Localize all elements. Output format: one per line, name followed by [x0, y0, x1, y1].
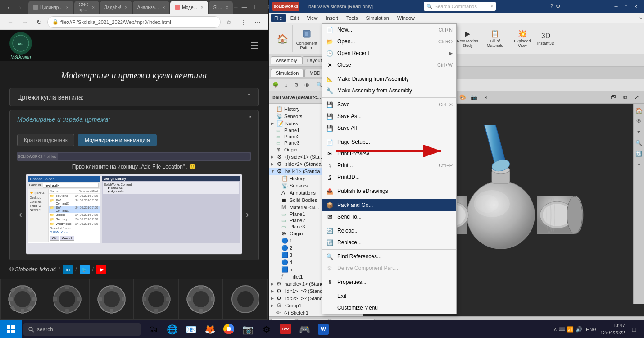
menu-new[interactable]: 📄 New... Ctrl+N [322, 24, 456, 36]
sw-property-btn[interactable]: ℹ [281, 80, 291, 90]
menu-customize[interactable]: Customize Menu [322, 302, 456, 314]
tray-up-arrow[interactable]: ∧ [553, 326, 557, 332]
taskbar-file-explorer[interactable]: 🗂 [144, 320, 162, 338]
tool-home-btn[interactable]: 🏠 [274, 27, 290, 51]
tray-keyboard[interactable]: ⌨ [559, 327, 565, 332]
menu-item-file[interactable]: File [271, 14, 286, 22]
tab-simulation[interactable]: Simulation [271, 69, 304, 77]
menu-make-assembly[interactable]: 🔧 Make Assembly from Assembly [322, 85, 456, 96]
menu-derive[interactable]: ⚙ Derive Component Part... [322, 262, 456, 274]
browser-tab-1[interactable]: Цилиндр... × [28, 1, 73, 14]
start-button[interactable] [0, 320, 22, 338]
tab-add-btn[interactable]: + [234, 1, 238, 14]
tool-new-motion-study-btn[interactable]: ▶ New Motion Study [456, 27, 479, 51]
tool-bill-of-materials-btn[interactable]: 📋 Bill of Materials [484, 27, 506, 51]
browser-tab-5-active[interactable]: Моде... × [170, 1, 208, 14]
twitter-icon[interactable]: 🐦 [80, 265, 90, 274]
carousel-prev-btn[interactable]: ‹ [17, 207, 24, 221]
tab-assembly[interactable]: Assembly [271, 56, 302, 64]
rail-appearance-btn[interactable]: ✦ [634, 160, 644, 169]
browser-back-btn[interactable]: ‹ [3, 2, 14, 13]
tool-component-btn[interactable]: Component Pattern [295, 27, 318, 51]
menu-open[interactable]: 📂 Open... Ctrl+O [322, 36, 456, 47]
rail-rotate-btn[interactable]: 🔃 [634, 149, 644, 159]
taskbar-word[interactable]: W [314, 320, 332, 338]
menu-print[interactable]: 🖨 Print... Ctrl+P [322, 160, 456, 171]
carousel-next-btn[interactable]: › [244, 207, 251, 221]
sw-search-box[interactable]: 🔍 Search Commands ▾ [424, 2, 496, 11]
taskbar-mail[interactable]: 📧 [182, 320, 200, 338]
taskbar-firefox[interactable]: 🦊 [201, 320, 219, 338]
rail-view-btn[interactable]: 👁 [634, 116, 644, 126]
settings-btn[interactable]: ⋯ [251, 16, 264, 28]
rail-filter-btn[interactable]: ▼ [634, 127, 644, 137]
tray-network[interactable]: 📶 [567, 326, 574, 333]
browser-tab-4[interactable]: Анализа... × [133, 1, 170, 14]
menu-page-setup[interactable]: 📄 Page Setup... [322, 136, 456, 148]
address-bar[interactable]: 🔒 file:///F:/Skolska_2021_2022/Web/mpr3/… [47, 16, 221, 28]
nav-back-btn[interactable]: ← [4, 16, 17, 28]
sw-maximize-btn[interactable]: □ [621, 2, 630, 10]
notification-btn[interactable]: □ [629, 324, 639, 335]
menu-properties[interactable]: ℹ Properties... [322, 276, 456, 288]
vp-appearance-btn[interactable]: 🎨 [457, 92, 468, 102]
menu-save-as[interactable]: 💾 Save As... [322, 110, 456, 122]
sw-feature-tree-btn[interactable]: 🌳 [271, 80, 281, 90]
sw-minimize-btn[interactable]: ─ [612, 2, 621, 10]
tab-quick-reminder[interactable]: Кратки подсетник [17, 134, 74, 146]
sw-config-btn[interactable]: ⚙ [291, 80, 301, 90]
sw-help-btn[interactable]: ? [550, 3, 553, 9]
menu-item-window[interactable]: Window [394, 14, 418, 22]
accordion-modeling-header[interactable]: Моделирање и израда цртежа: ˄ [10, 110, 258, 128]
menu-save[interactable]: 💾 Save Ctrl+S [322, 99, 456, 110]
menu-open-recent[interactable]: 🕒 Open Recent ▶ [322, 47, 456, 59]
sw-settings-btn[interactable]: ⚙ [556, 3, 561, 9]
menu-item-simulation[interactable]: Simulation [363, 14, 393, 22]
menu-send-to[interactable]: ✉ Send To... [322, 211, 456, 223]
browser-tab-2[interactable]: CNC пр... × [74, 1, 100, 14]
menu-item-edit[interactable]: Edit [287, 14, 303, 22]
linkedin-icon[interactable]: in [63, 265, 73, 274]
nav-forward-btn[interactable]: → [18, 16, 31, 28]
browser-minimize-btn[interactable]: ─ [239, 2, 249, 13]
menu-reload[interactable]: 🔄 Reload... [322, 225, 456, 237]
menu-print3d[interactable]: 🖨 Print3D... [322, 171, 456, 183]
browser-tab-6[interactable]: Sli... × [209, 1, 233, 14]
menu-save-all[interactable]: 💾 Save All [322, 122, 456, 134]
menu-make-drawing[interactable]: 📐 Make Drawing from Assembly [322, 73, 456, 85]
menu-item-insert[interactable]: Insert [322, 14, 342, 22]
menu-replace[interactable]: 🔃 Replace... [322, 237, 456, 248]
menu-item-tools[interactable]: Tools [343, 14, 362, 22]
vp-more-btn[interactable]: » [481, 92, 491, 102]
vp-minimize-btn[interactable]: 🗗 [608, 92, 619, 102]
taskbar-search[interactable]: search [23, 323, 141, 336]
menu-item-view[interactable]: View [304, 14, 322, 22]
sw-display-btn[interactable]: 👁 [302, 80, 312, 90]
taskbar-edge[interactable]: 🌐 [163, 320, 181, 338]
tool-instant3d-btn[interactable]: 3D Instant3D [535, 27, 557, 51]
rail-home-btn[interactable]: 🏠 [634, 105, 644, 115]
menu-exit[interactable]: Exit [322, 290, 456, 302]
browser-maximize-btn[interactable]: □ [251, 2, 262, 13]
extensions-btn[interactable]: ⋮ [237, 16, 249, 28]
bookmark-btn[interactable]: ☆ [222, 16, 235, 28]
menu-pack-go[interactable]: 📦 Pack and Go... [322, 199, 456, 211]
system-clock[interactable]: 10:47 12/04/2022 [600, 322, 625, 336]
hamburger-btn[interactable]: ☰ [250, 40, 259, 51]
vp-split-btn[interactable]: ⧉ [620, 92, 630, 102]
tray-volume[interactable]: 🔊 [576, 326, 582, 333]
menu-expand-btn[interactable]: » [639, 15, 642, 21]
language-indicator[interactable]: ENG [586, 327, 597, 332]
menu-close[interactable]: ✕ Close Ctrl+W [322, 59, 456, 71]
menu-print-preview[interactable]: 👁 Print Preview... [322, 148, 456, 160]
browser-forward-btn[interactable]: › [15, 2, 26, 13]
rail-zoom-btn[interactable]: 🔍 [634, 138, 644, 148]
taskbar-app2[interactable]: 🎮 [295, 320, 313, 338]
accordion-drawings-header[interactable]: Цртежи кугла вентила: ˅ [10, 88, 258, 106]
browser-tab-3[interactable]: Задаћи! × [100, 1, 132, 14]
vp-fullscreen-btn[interactable]: ⤢ [631, 92, 642, 102]
tab-modeling-animation[interactable]: Моделирање и анимација [78, 134, 157, 146]
sw-close-btn[interactable]: × [631, 2, 640, 10]
menu-publish[interactable]: 📤 Publish to eDrawings [322, 185, 456, 197]
taskbar-chrome[interactable] [220, 320, 238, 338]
